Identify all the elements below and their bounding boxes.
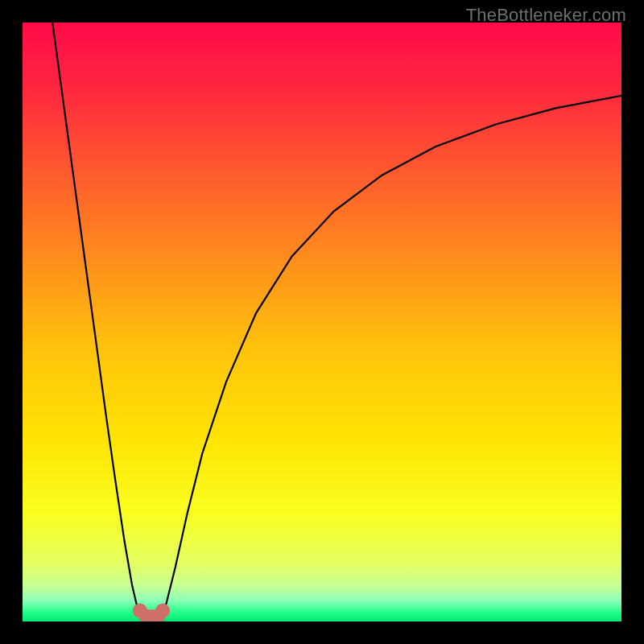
chart-frame: TheBottleneker.com <box>0 0 644 644</box>
chart-background <box>23 23 621 621</box>
bottleneck-chart <box>23 23 621 621</box>
valley-marker-point <box>155 604 170 618</box>
